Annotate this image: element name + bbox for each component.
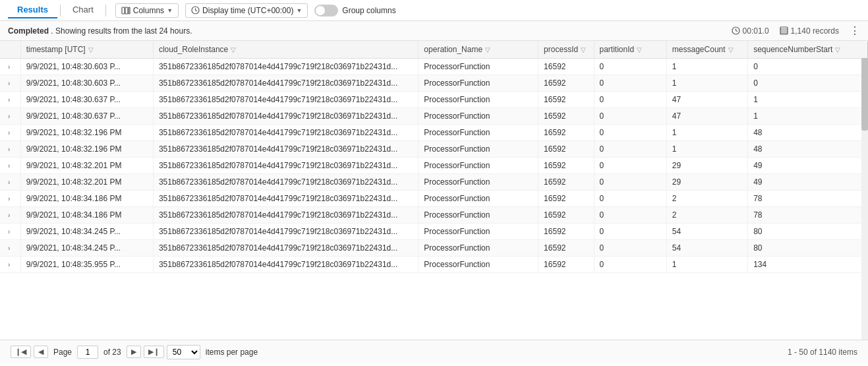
table-body: ›9/9/2021, 10:48:30.603 P...351b86723361…: [0, 59, 868, 273]
table-row[interactable]: ›9/9/2021, 10:48:32.201 PM351b8672336185…: [0, 174, 868, 191]
status-records: 1,140 records: [780, 26, 839, 36]
scrollbar-track[interactable]: [861, 41, 868, 340]
filter-seqnum-icon[interactable]: ▽: [835, 46, 840, 53]
expand-cell[interactable]: ›: [0, 59, 20, 75]
cell-timestamp: 9/9/2021, 10:48:30.637 P...: [20, 108, 153, 125]
expand-cell[interactable]: ›: [0, 158, 20, 174]
group-columns-toggle-wrap: Group columns: [314, 5, 395, 16]
display-time-button[interactable]: Display time (UTC+00:00) ▼: [185, 3, 308, 18]
expand-button[interactable]: ›: [5, 260, 13, 270]
expand-cell[interactable]: ›: [0, 174, 20, 191]
status-detail: . Showing results from the last 24 hours…: [51, 26, 192, 36]
expand-button[interactable]: ›: [5, 62, 13, 72]
expand-cell[interactable]: ›: [0, 141, 20, 158]
table-row[interactable]: ›9/9/2021, 10:48:34.186 PM351b8672336185…: [0, 191, 868, 207]
cell-timestamp: 9/9/2021, 10:48:32.201 PM: [20, 174, 153, 191]
status-more-icon[interactable]: ⋮: [850, 24, 860, 37]
expand-cell[interactable]: ›: [0, 92, 20, 108]
table-row[interactable]: ›9/9/2021, 10:48:32.201 PM351b8672336185…: [0, 158, 868, 174]
expand-button[interactable]: ›: [5, 95, 13, 105]
tab-chart[interactable]: Chart: [63, 2, 103, 18]
prev-page-button[interactable]: ◀: [34, 346, 48, 358]
cell-timestamp: 9/9/2021, 10:48:32.196 PM: [20, 125, 153, 141]
filter-pid-icon[interactable]: ▽: [581, 46, 586, 53]
th-cloud-role: cloud_RoleInstance ▽: [153, 41, 418, 59]
expand-cell[interactable]: ›: [0, 207, 20, 224]
expand-cell[interactable]: ›: [0, 257, 20, 273]
filter-timestamp-icon[interactable]: ▽: [88, 46, 94, 53]
display-time-label: Display time (UTC+00:00): [202, 6, 293, 15]
table-row[interactable]: ›9/9/2021, 10:48:32.196 PM351b8672336185…: [0, 125, 868, 141]
expand-button[interactable]: ›: [5, 111, 13, 121]
filter-operation-icon[interactable]: ▽: [485, 46, 490, 53]
cell-sequenceNumberStart: 49: [748, 158, 868, 174]
table-row[interactable]: ›9/9/2021, 10:48:30.603 P...351b86723361…: [0, 75, 868, 92]
cell-timestamp: 9/9/2021, 10:48:35.955 P...: [20, 257, 153, 273]
cell-messageCount: 1: [666, 257, 747, 273]
cell-partitionId: 0: [594, 125, 666, 141]
cell-messageCount: 29: [666, 174, 747, 191]
page-of: of 23: [103, 348, 121, 357]
cell-messageCount: 47: [666, 108, 747, 125]
expand-cell[interactable]: ›: [0, 240, 20, 257]
status-bar: Completed . Showing results from the las…: [0, 21, 868, 41]
status-completed: Completed: [8, 26, 49, 36]
columns-button[interactable]: Columns ▼: [115, 3, 179, 18]
expand-cell[interactable]: ›: [0, 191, 20, 207]
cell-operation_Name: ProcessorFunction: [419, 224, 538, 240]
expand-button[interactable]: ›: [5, 128, 13, 138]
cell-operation_Name: ProcessorFunction: [419, 125, 538, 141]
expand-button[interactable]: ›: [5, 177, 13, 187]
page-number-input[interactable]: [77, 346, 98, 359]
expand-cell[interactable]: ›: [0, 108, 20, 125]
group-columns-toggle[interactable]: [314, 5, 338, 16]
cell-messageCount: 2: [666, 191, 747, 207]
page-label: Page: [53, 348, 72, 357]
cell-cloud_RoleInstance: 351b8672336185d2f0787014e4d41799c719f218…: [153, 224, 418, 240]
cell-cloud_RoleInstance: 351b8672336185d2f0787014e4d41799c719f218…: [153, 108, 418, 125]
cell-processId: 16592: [538, 141, 594, 158]
cell-cloud_RoleInstance: 351b8672336185d2f0787014e4d41799c719f218…: [153, 92, 418, 108]
cell-timestamp: 9/9/2021, 10:48:34.245 P...: [20, 224, 153, 240]
table-row[interactable]: ›9/9/2021, 10:48:34.245 P...351b86723361…: [0, 224, 868, 240]
expand-cell[interactable]: ›: [0, 125, 20, 141]
cell-processId: 16592: [538, 158, 594, 174]
tab-results[interactable]: Results: [8, 2, 57, 18]
expand-button[interactable]: ›: [5, 227, 13, 237]
table-row[interactable]: ›9/9/2021, 10:48:30.603 P...351b86723361…: [0, 59, 868, 75]
expand-button[interactable]: ›: [5, 161, 13, 171]
table-row[interactable]: ›9/9/2021, 10:48:34.186 PM351b8672336185…: [0, 207, 868, 224]
expand-button[interactable]: ›: [5, 78, 13, 88]
svg-rect-0: [122, 7, 125, 14]
expand-cell[interactable]: ›: [0, 224, 20, 240]
expand-button[interactable]: ›: [5, 144, 13, 154]
cell-sequenceNumberStart: 78: [748, 207, 868, 224]
table-row[interactable]: ›9/9/2021, 10:48:30.637 P...351b86723361…: [0, 92, 868, 108]
cell-sequenceNumberStart: 80: [748, 224, 868, 240]
cell-operation_Name: ProcessorFunction: [419, 108, 538, 125]
th-operation: operation_Name ▽: [419, 41, 538, 59]
filter-msgcount-icon[interactable]: ▽: [728, 46, 734, 53]
expand-cell[interactable]: ›: [0, 75, 20, 92]
cell-partitionId: 0: [594, 191, 666, 207]
filter-partition-icon[interactable]: ▽: [637, 46, 642, 53]
last-page-button[interactable]: ▶❙: [144, 346, 164, 358]
page-size-select[interactable]: 50 100 200: [167, 345, 200, 359]
expand-button[interactable]: ›: [5, 243, 13, 253]
columns-icon: [121, 6, 130, 15]
results-table: timestamp [UTC] ▽ cloud_RoleInstance ▽ o…: [0, 41, 868, 273]
first-page-button[interactable]: ❙◀: [11, 346, 31, 358]
cell-processId: 16592: [538, 108, 594, 125]
table-row[interactable]: ›9/9/2021, 10:48:32.196 PM351b8672336185…: [0, 141, 868, 158]
next-page-button[interactable]: ▶: [127, 346, 141, 358]
th-seqnum: sequenceNumberStart ▽: [748, 41, 868, 59]
status-right: 00:01.0 1,140 records ⋮: [732, 24, 860, 37]
table-row[interactable]: ›9/9/2021, 10:48:34.245 P...351b86723361…: [0, 240, 868, 257]
expand-button[interactable]: ›: [5, 210, 13, 220]
toggle-knob: [316, 6, 325, 15]
table-row[interactable]: ›9/9/2021, 10:48:35.955 P...351b86723361…: [0, 257, 868, 273]
expand-button[interactable]: ›: [5, 194, 13, 204]
filter-role-icon[interactable]: ▽: [231, 46, 236, 53]
table-row[interactable]: ›9/9/2021, 10:48:30.637 P...351b86723361…: [0, 108, 868, 125]
svg-line-8: [736, 31, 738, 32]
